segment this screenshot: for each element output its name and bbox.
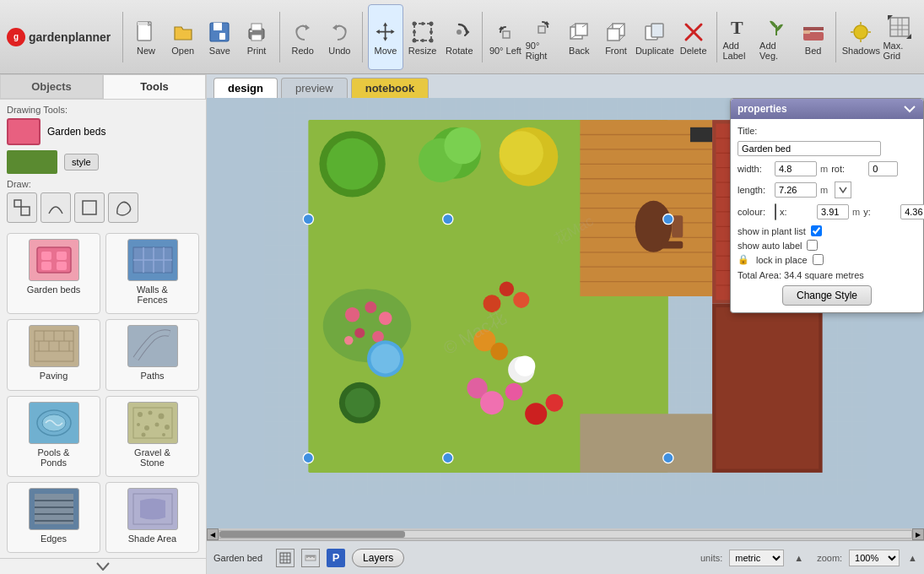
move-button[interactable]: Move [368,4,403,70]
show-auto-label-checkbox[interactable] [807,240,818,251]
rot-input[interactable] [868,161,898,176]
redo-button[interactable]: Redo [285,4,321,70]
zoom-label: zoom: [817,553,842,563]
grid-toggle-button[interactable] [276,549,294,567]
zoom-select[interactable]: 100% 75% 125% 150% [849,550,900,566]
ruler-button[interactable] [301,549,320,567]
add-label-label: Add Label [722,41,756,61]
lock-in-place-checkbox[interactable] [813,254,824,265]
units-select[interactable]: metric imperial [729,550,784,566]
print-button[interactable]: Print [239,4,274,70]
svg-rect-78 [35,494,73,524]
change-style-button[interactable]: Change Style [782,285,872,306]
add-veg-label: Add Veg. [759,41,793,61]
tool-garden-beds[interactable]: Garden beds [7,233,100,314]
gravel-stone-tool-label: Gravel &Stone [134,447,170,468]
panel-scroll-down[interactable] [0,558,206,574]
svg-point-150 [480,391,504,414]
separator [835,12,836,62]
open-button[interactable]: Open [165,4,201,70]
scroll-track[interactable] [219,530,912,539]
draw-tool-rect[interactable] [7,192,37,223]
tool-pools-ponds[interactable]: Pools &Ponds [7,396,100,477]
90right-button[interactable]: 90° Right [525,4,560,70]
pools-ponds-icon [29,402,79,444]
svg-text:T: T [731,17,743,38]
show-plant-list-checkbox[interactable] [811,225,822,236]
lock-icon: 🔒 [738,254,749,265]
y-input[interactable] [900,204,924,219]
tool-gravel-stone[interactable]: Gravel &Stone [105,396,199,477]
units-label: units: [700,553,722,563]
draw-tool-curve[interactable] [41,192,71,223]
svg-rect-19 [503,31,510,38]
save-button[interactable]: Save [203,4,238,70]
length-arrow-button[interactable] [835,181,851,198]
tab-tools[interactable]: Tools [103,74,206,99]
title-row: Title: [738,126,916,136]
colour-swatch[interactable] [775,203,776,220]
draw-tool-freeform[interactable] [108,192,138,223]
tool-paths[interactable]: Paths [105,319,199,390]
svg-rect-38 [890,18,909,36]
back-button[interactable]: Back [561,4,597,70]
add-label-button[interactable]: T Add Label [721,4,757,70]
delete-button[interactable]: Delete [676,4,711,70]
90left-label: 90° Left [489,46,521,56]
max-grid-label: Max. Grid [883,41,916,61]
move-label: Move [374,46,397,56]
tools-grid: Garden beds Walls &Fences Paving Paths [0,228,206,558]
tab-design[interactable]: design [213,78,278,98]
tool-shade-area[interactable]: Shade Area [105,482,199,553]
total-area-text: Total Area: 34.4 square metres [738,270,916,280]
p-button[interactable]: P [327,549,345,567]
width-input[interactable] [775,161,817,176]
svg-point-70 [148,410,152,414]
draw-tool-square[interactable] [74,192,105,223]
resize-button[interactable]: Resize [405,4,440,70]
svg-rect-123 [580,414,712,473]
title-input[interactable] [738,141,881,156]
up-arrow-units[interactable]: ▲ [794,553,803,563]
style-button[interactable]: style [64,154,99,171]
up-arrow-zoom[interactable]: ▲ [908,553,917,563]
bed-button[interactable]: Bed [796,4,831,70]
canvas-container[interactable]: © Mac花 花Mac properties Title: [207,98,924,540]
duplicate-button[interactable]: Duplicate [635,4,674,70]
undo-button[interactable]: Undo [322,4,358,70]
tab-notebook[interactable]: notebook [351,78,430,98]
collapse-icon[interactable] [903,102,916,116]
length-input[interactable] [775,182,817,198]
svg-point-144 [513,292,529,308]
scroll-left-arrow[interactable]: ◀ [207,528,219,540]
svg-rect-102 [690,127,712,142]
max-grid-button[interactable]: Max. Grid [882,4,917,70]
new-button[interactable]: New [128,4,164,70]
svg-rect-20 [538,26,545,33]
paving-tool-label: Paving [40,371,68,381]
rotate-button[interactable]: Rotate [441,4,477,70]
tool-paving[interactable]: Paving [7,319,100,390]
add-veg-button[interactable]: Add Veg. [759,4,794,70]
properties-title: properties [738,103,787,115]
shadows-button[interactable]: Shadows [841,4,880,70]
svg-point-18 [457,30,462,35]
layers-button[interactable]: Layers [352,549,404,567]
scroll-thumb[interactable] [219,531,405,538]
logo-icon: g [7,28,25,46]
tab-preview[interactable]: preview [281,78,348,98]
colour-label: colour: [738,207,771,217]
width-unit: m [820,164,828,174]
90left-button[interactable]: 90° Left [488,4,523,70]
front-button[interactable]: Front [598,4,634,70]
left-panel: Objects Tools Drawing Tools: Garden beds… [0,74,207,574]
scroll-right-arrow[interactable]: ▶ [912,528,924,540]
svg-rect-9 [414,24,431,41]
svg-point-69 [138,412,143,417]
tool-edges[interactable]: Edges [7,482,100,553]
tool-walls-fences[interactable]: Walls &Fences [105,233,199,314]
width-rot-row: width: m rot: [738,161,916,176]
tab-objects[interactable]: Objects [0,74,103,99]
x-input[interactable] [817,204,849,219]
svg-point-134 [379,311,392,325]
